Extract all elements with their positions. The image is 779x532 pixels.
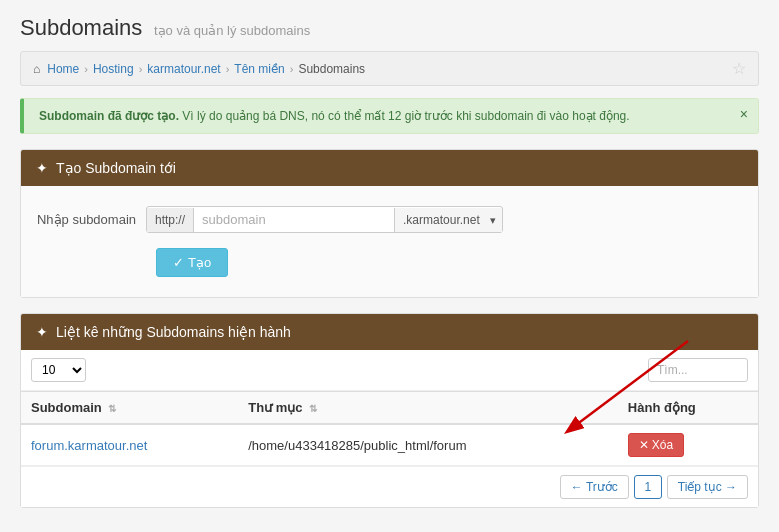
col-action: Hành động bbox=[618, 392, 758, 425]
subdomain-input[interactable] bbox=[194, 207, 394, 232]
col-subdomain: Subdomain ⇅ bbox=[21, 392, 238, 425]
current-page: 1 bbox=[634, 475, 662, 499]
directory-cell: /home/u433418285/public_html/forum bbox=[238, 424, 618, 466]
create-subdomain-panel: ✦ Tạo Subdomain tới Nhập subdomain http:… bbox=[20, 149, 759, 298]
table-row: forum.karmatour.net /home/u433418285/pub… bbox=[21, 424, 758, 466]
delete-button[interactable]: ✕ Xóa bbox=[628, 433, 684, 457]
prev-page-button[interactable]: ← Trước bbox=[560, 475, 629, 499]
create-panel-header-icon: ✦ bbox=[36, 160, 48, 176]
alert-message: Subdomain đã được tạo. Vì lý do quảng bá… bbox=[39, 109, 630, 123]
create-panel-body: Nhập subdomain http:// .karmatour.net ✓ … bbox=[21, 186, 758, 297]
create-button[interactable]: ✓ Tạo bbox=[156, 248, 228, 277]
create-panel-header: ✦ Tạo Subdomain tới bbox=[21, 150, 758, 186]
check-icon: ✓ bbox=[173, 255, 184, 270]
breadcrumb-subdomains: Subdomains bbox=[298, 62, 365, 76]
subdomain-cell: forum.karmatour.net bbox=[21, 424, 238, 466]
alert-close-button[interactable]: × bbox=[740, 107, 748, 121]
create-btn-row: ✓ Tạo bbox=[146, 248, 743, 277]
home-icon: ⌂ bbox=[33, 62, 40, 76]
page-title: Subdomains bbox=[20, 15, 142, 40]
breadcrumb-hosting[interactable]: Hosting bbox=[93, 62, 134, 76]
subdomain-label: Nhập subdomain bbox=[36, 212, 136, 227]
alert-success: Subdomain đã được tạo. Vì lý do quảng bá… bbox=[20, 98, 759, 134]
breadcrumb-domain[interactable]: karmatour.net bbox=[147, 62, 220, 76]
alert-message-text: Subdomain đã được tạo. bbox=[39, 109, 179, 123]
list-panel-header: ✦ Liệt kê những Subdomains hiện hành bbox=[21, 314, 758, 350]
domain-select[interactable]: .karmatour.net bbox=[395, 208, 502, 232]
col-subdomain-label: Subdomain bbox=[31, 400, 102, 415]
breadcrumb-bar: ⌂ Home › Hosting › karmatour.net › Tên m… bbox=[20, 51, 759, 86]
action-cell: ✕ Xóa bbox=[618, 424, 758, 466]
delete-label: Xóa bbox=[652, 438, 673, 452]
per-page-dropdown[interactable]: 10 25 50 100 bbox=[31, 358, 86, 382]
sort-subdomain-icon[interactable]: ⇅ bbox=[108, 403, 116, 414]
http-prefix: http:// bbox=[147, 208, 194, 232]
list-subdomains-panel: ✦ Liệt kê những Subdomains hiện hành 10 … bbox=[20, 313, 759, 508]
next-page-button[interactable]: Tiếp tục → bbox=[667, 475, 748, 499]
breadcrumb-ten-mien[interactable]: Tên miền bbox=[234, 62, 284, 76]
domain-select-wrapper: .karmatour.net bbox=[394, 208, 502, 232]
page-title-area: Subdomains tạo và quản lý subdomains bbox=[20, 15, 759, 41]
breadcrumb-sep-2: › bbox=[139, 63, 143, 75]
subdomain-link[interactable]: forum.karmatour.net bbox=[31, 438, 147, 453]
search-input[interactable] bbox=[648, 358, 748, 382]
subdomain-input-group: http:// .karmatour.net bbox=[146, 206, 503, 233]
breadcrumb-sep-1: › bbox=[84, 63, 88, 75]
create-panel-header-label: Tạo Subdomain tới bbox=[56, 160, 176, 176]
pagination-row: ← Trước 1 Tiếp tục → bbox=[21, 466, 758, 507]
col-action-label: Hành động bbox=[628, 400, 696, 415]
delete-icon: ✕ bbox=[639, 438, 649, 452]
subdomains-table: Subdomain ⇅ Thư mục ⇅ Hành động bbox=[21, 391, 758, 466]
per-page-select: 10 25 50 100 bbox=[31, 358, 86, 382]
table-wrapper: Subdomain ⇅ Thư mục ⇅ Hành động bbox=[21, 391, 758, 466]
table-controls: 10 25 50 100 bbox=[21, 350, 758, 391]
col-directory-label: Thư mục bbox=[248, 400, 302, 415]
col-directory: Thư mục ⇅ bbox=[238, 392, 618, 425]
list-panel-header-icon: ✦ bbox=[36, 324, 48, 340]
breadcrumb-sep-4: › bbox=[290, 63, 294, 75]
list-panel-header-label: Liệt kê những Subdomains hiện hành bbox=[56, 324, 291, 340]
page-subtitle: tạo và quản lý subdomains bbox=[154, 23, 310, 38]
breadcrumb-sep-3: › bbox=[226, 63, 230, 75]
breadcrumb-home[interactable]: Home bbox=[47, 62, 79, 76]
subdomain-form-row: Nhập subdomain http:// .karmatour.net bbox=[36, 206, 743, 233]
favorite-star-icon[interactable]: ☆ bbox=[732, 59, 746, 78]
sort-directory-icon[interactable]: ⇅ bbox=[309, 403, 317, 414]
breadcrumb: ⌂ Home › Hosting › karmatour.net › Tên m… bbox=[33, 62, 365, 76]
create-button-label: Tạo bbox=[188, 255, 211, 270]
